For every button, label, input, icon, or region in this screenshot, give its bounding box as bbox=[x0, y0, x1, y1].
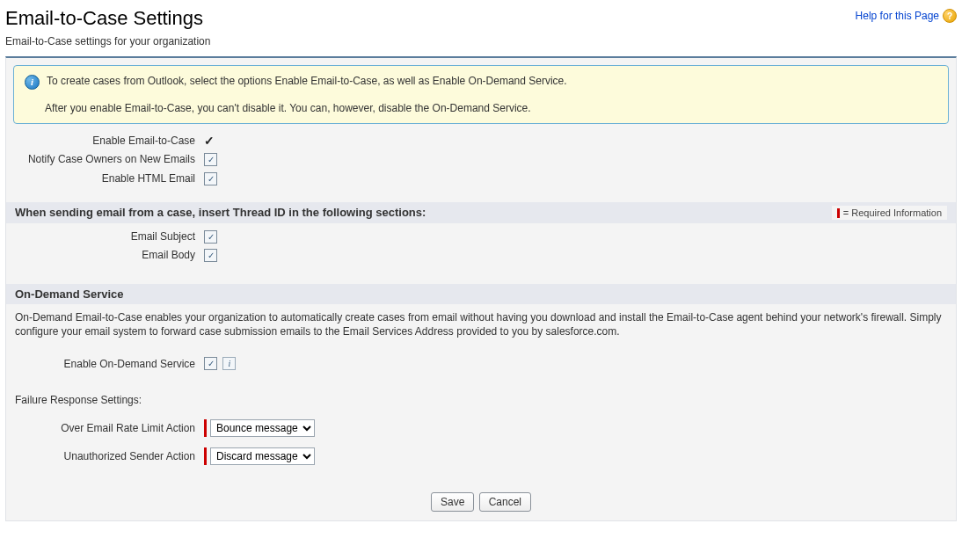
section-ondemand: On-Demand Service bbox=[6, 284, 956, 304]
info-text-1: To create cases from Outlook, select the… bbox=[47, 75, 567, 87]
required-legend: = Required Information bbox=[832, 206, 947, 221]
label-email-body: Email Body bbox=[6, 249, 204, 261]
page-subtitle: Email-to-Case settings for your organiza… bbox=[5, 35, 957, 47]
checkbox-notify-owners[interactable] bbox=[204, 153, 217, 166]
cancel-button[interactable]: Cancel bbox=[479, 492, 531, 512]
button-bar: Save Cancel bbox=[6, 484, 956, 520]
page-title: Email-to-Case Settings bbox=[5, 7, 203, 30]
checkbox-email-subject[interactable] bbox=[204, 230, 217, 244]
required-bar-icon bbox=[837, 208, 840, 218]
help-link[interactable]: Help for this Page ? bbox=[856, 9, 957, 23]
failure-settings-heading: Failure Response Settings: bbox=[6, 389, 956, 410]
label-unauth-sender: Unauthorized Sender Action bbox=[6, 450, 204, 462]
select-unauth-sender[interactable]: Discard message bbox=[210, 447, 315, 465]
label-enable-html: Enable HTML Email bbox=[6, 172, 204, 185]
checkbox-email-body[interactable] bbox=[204, 249, 217, 262]
label-over-rate: Over Email Rate Limit Action bbox=[6, 422, 204, 434]
checkbox-enable-html[interactable] bbox=[204, 172, 217, 185]
info-icon: i bbox=[25, 75, 40, 90]
help-link-text: Help for this Page bbox=[856, 10, 939, 22]
checkbox-enable-ondemand[interactable] bbox=[204, 357, 217, 370]
label-enable-e2c: Enable Email-to-Case bbox=[6, 135, 204, 147]
settings-card: i To create cases from Outlook, select t… bbox=[5, 56, 957, 521]
ondemand-description: On-Demand Email-to-Case enables your org… bbox=[6, 304, 956, 345]
help-icon: ? bbox=[943, 9, 957, 23]
section-ondemand-title: On-Demand Service bbox=[15, 287, 124, 301]
section-thread-id-title: When sending email from a case, insert T… bbox=[15, 206, 426, 219]
info-banner: i To create cases from Outlook, select t… bbox=[13, 65, 949, 124]
label-enable-ondemand: Enable On-Demand Service bbox=[6, 358, 204, 370]
section-thread-id: When sending email from a case, insert T… bbox=[6, 202, 956, 224]
info-button-icon[interactable]: i bbox=[222, 357, 236, 370]
info-text-2: After you enable Email-to-Case, you can'… bbox=[25, 102, 937, 114]
checkmark-icon: ✓ bbox=[204, 134, 215, 148]
save-button[interactable]: Save bbox=[431, 492, 474, 512]
label-email-subject: Email Subject bbox=[6, 230, 204, 243]
select-over-rate[interactable]: Bounce message bbox=[210, 419, 315, 437]
label-notify-owners: Notify Case Owners on New Emails bbox=[6, 153, 204, 165]
